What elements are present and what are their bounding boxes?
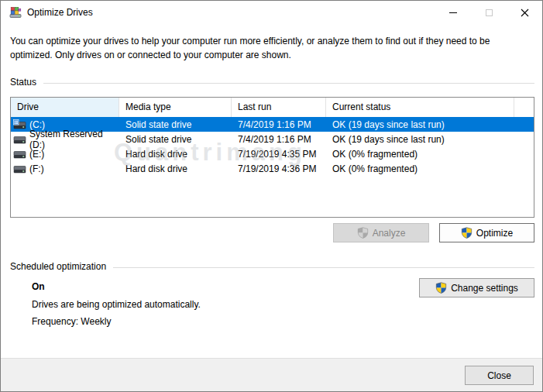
scheduled-group-divider — [113, 267, 534, 268]
uac-shield-icon — [461, 227, 473, 239]
drive-cell: (F:) — [11, 163, 119, 174]
maximize-icon — [471, 1, 507, 24]
column-header-media-type[interactable]: Media type — [119, 98, 232, 117]
scheduled-group-label: Scheduled optimization — [10, 261, 113, 272]
drive-name: System Reserved (D:) — [29, 129, 119, 150]
scheduled-description: Drives are being optimized automatically… — [32, 299, 201, 310]
column-header-last-run[interactable]: Last run — [232, 98, 326, 117]
drive-icon — [13, 134, 26, 144]
last-run-cell: 7/4/2019 1:16 PM — [232, 119, 326, 130]
scheduled-frequency: Frequency: Weekly — [32, 316, 112, 327]
last-run-cell: 7/4/2019 1:16 PM — [232, 134, 326, 145]
last-run-cell: 7/19/2019 4:36 PM — [232, 163, 326, 174]
caption-buttons — [435, 1, 542, 24]
optimize-button-label: Optimize — [476, 228, 513, 239]
change-settings-button-label: Change settings — [451, 283, 518, 294]
uac-shield-icon — [435, 282, 447, 294]
table-row-drive-e[interactable]: (E:) Hard disk drive 7/19/2019 4:35 PM O… — [11, 146, 534, 161]
drive-name: (E:) — [29, 149, 44, 160]
media-type-cell: Solid state drive — [119, 134, 232, 145]
optimize-drives-dialog: Optimize Drives You can optimize your dr… — [0, 0, 543, 392]
close-icon[interactable] — [507, 1, 542, 24]
media-type-cell: Hard disk drive — [119, 149, 232, 160]
change-settings-button[interactable]: Change settings — [419, 278, 534, 297]
intro-text: You can optimize your drives to help you… — [10, 34, 531, 62]
drive-icon — [13, 163, 26, 174]
last-run-cell: 7/19/2019 4:35 PM — [232, 149, 326, 160]
optimize-button[interactable]: Optimize — [439, 223, 534, 242]
current-status-cell: OK (19 days since last run) — [326, 119, 514, 130]
scheduled-state: On — [32, 281, 45, 292]
current-status-cell: OK (19 days since last run) — [326, 134, 514, 145]
analyze-button: Analyze — [333, 223, 429, 242]
scheduled-group-header: Scheduled optimization — [10, 261, 534, 272]
close-button[interactable]: Close — [465, 366, 534, 385]
drive-cell: System Reserved (D:) — [11, 129, 119, 150]
uac-shield-icon — [357, 227, 369, 239]
current-status-cell: OK (0% fragmented) — [326, 149, 514, 160]
defrag-app-icon — [9, 6, 22, 19]
current-status-cell: OK (0% fragmented) — [326, 163, 514, 174]
title-bar: Optimize Drives — [1, 1, 542, 24]
drive-name: (F:) — [29, 163, 44, 174]
table-row-drive-d[interactable]: System Reserved (D:) Solid state drive 7… — [11, 132, 534, 146]
analyze-button-label: Analyze — [373, 228, 406, 239]
window-title: Optimize Drives — [27, 1, 93, 24]
media-type-cell: Hard disk drive — [119, 163, 232, 174]
minimize-icon[interactable] — [435, 1, 471, 24]
drives-listview: Drive Media type Last run Current status… — [10, 97, 534, 218]
drive-icon — [13, 149, 26, 159]
close-button-label: Close — [487, 370, 511, 381]
listview-header: Drive Media type Last run Current status — [11, 98, 534, 117]
column-header-current-status[interactable]: Current status — [326, 98, 514, 117]
table-row-drive-f[interactable]: (F:) Hard disk drive 7/19/2019 4:36 PM O… — [11, 161, 534, 176]
status-group-label: Status — [10, 77, 43, 88]
dialog-footer: Close — [1, 358, 542, 391]
status-group-header: Status — [10, 77, 534, 88]
media-type-cell: Solid state drive — [119, 119, 232, 130]
drive-cell: (E:) — [11, 149, 119, 160]
status-group-divider — [43, 83, 534, 84]
column-header-drive[interactable]: Drive — [11, 98, 119, 117]
